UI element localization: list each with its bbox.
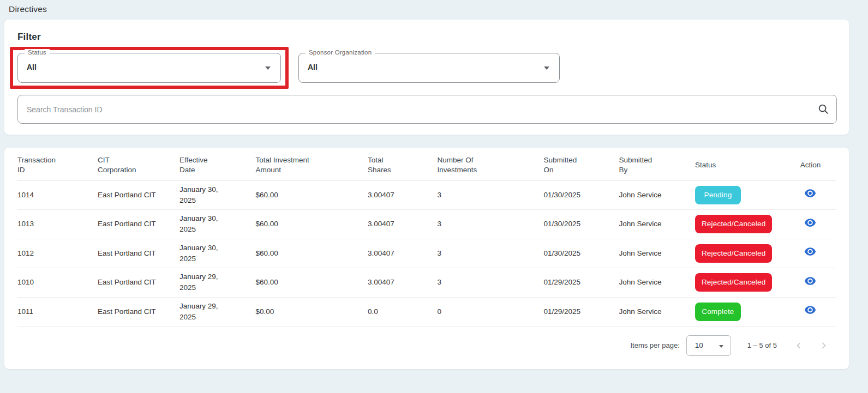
- action-cell: [788, 239, 836, 268]
- total-investment-amount-cell: $60.00: [255, 180, 368, 210]
- column-header-total-shares: Total Shares: [368, 148, 437, 180]
- status-highlight-box: Status All: [10, 47, 289, 89]
- cit-corporation-cell: East Portland CIT: [98, 239, 179, 268]
- cit-corporation-cell: East Portland CIT: [98, 268, 179, 298]
- status-select-value: All: [27, 63, 37, 71]
- action-cell: [788, 297, 836, 327]
- table-row[interactable]: 1014 East Portland CIT January 30, 2025 …: [17, 180, 836, 210]
- submitted-by-cell: John Service: [619, 297, 695, 327]
- transaction-id-cell: 1014: [17, 180, 98, 210]
- filter-card: Filter Status All Sponsor Organization A…: [4, 20, 849, 135]
- table-row[interactable]: 1010 East Portland CIT January 29, 2025 …: [17, 268, 836, 298]
- eye-icon[interactable]: [804, 219, 816, 227]
- total-shares-cell: 3.00407: [368, 268, 437, 298]
- column-header-submitted-by: Submitted By: [619, 148, 695, 180]
- filter-controls-row: Status All Sponsor Organization All: [17, 47, 836, 89]
- number-of-investments-cell: 0: [437, 297, 543, 327]
- submitted-on-cell: 01/30/2025: [543, 239, 619, 268]
- page: Directives Filter Status All Sponsor Org…: [0, 0, 868, 369]
- action-cell: [788, 180, 836, 210]
- cit-corporation-cell: East Portland CIT: [98, 297, 179, 327]
- total-investment-amount-cell: $60.00: [255, 210, 368, 239]
- status-cell: Pending: [695, 180, 788, 210]
- submitted-by-cell: John Service: [619, 268, 695, 298]
- submitted-by-cell: John Service: [619, 239, 695, 268]
- effective-date-cell: January 30, 2025: [179, 180, 255, 210]
- items-per-page-label: Items per page:: [630, 341, 679, 349]
- column-header-status: Status: [695, 148, 788, 180]
- column-header-action: Action: [788, 148, 836, 180]
- submitted-on-cell: 01/30/2025: [543, 210, 619, 239]
- filter-heading: Filter: [17, 32, 836, 43]
- directives-table: Transaction ID CIT Corporation Effective…: [17, 148, 836, 327]
- status-badge: Pending: [695, 186, 741, 204]
- eye-icon[interactable]: [804, 247, 816, 256]
- table-row[interactable]: 1013 East Portland CIT January 30, 2025 …: [17, 210, 836, 239]
- status-cell: Rejected/Canceled: [695, 210, 788, 239]
- submitted-by-cell: John Service: [619, 210, 695, 239]
- total-shares-cell: 3.00407: [368, 210, 437, 239]
- chevron-down-icon: [719, 345, 723, 348]
- column-header-total-investment-amount: Total Investment Amount: [255, 148, 368, 180]
- sponsor-organization-select-label: Sponsor Organization: [306, 49, 375, 56]
- number-of-investments-cell: 3: [437, 268, 543, 298]
- transaction-id-cell: 1010: [17, 268, 98, 298]
- status-select[interactable]: Status All: [17, 53, 281, 83]
- table-row[interactable]: 1011 East Portland CIT January 29, 2025 …: [17, 297, 836, 327]
- status-badge: Complete: [695, 303, 741, 321]
- status-badge: Rejected/Canceled: [695, 215, 772, 233]
- page-title: Directives: [4, 4, 849, 14]
- page-size-value: 10: [695, 341, 703, 349]
- table-row[interactable]: 1012 East Portland CIT January 30, 2025 …: [17, 239, 836, 268]
- chevron-right-icon: [818, 344, 829, 353]
- chevron-down-icon: [544, 66, 549, 70]
- page-range-label: 1 – 5 of 5: [747, 341, 777, 349]
- search-transaction-id-input[interactable]: [17, 95, 837, 124]
- eye-icon[interactable]: [804, 277, 816, 285]
- column-header-cit-corporation: CIT Corporation: [98, 148, 179, 180]
- column-header-submitted-on: Submitted On: [543, 148, 619, 180]
- total-investment-amount-cell: $60.00: [255, 268, 368, 298]
- effective-date-cell: January 29, 2025: [179, 297, 255, 327]
- submitted-on-cell: 01/29/2025: [543, 268, 619, 298]
- column-header-transaction-id: Transaction ID: [17, 148, 98, 180]
- effective-date-cell: January 30, 2025: [179, 239, 255, 268]
- search-bar: [17, 95, 837, 124]
- previous-page-button[interactable]: [791, 338, 806, 353]
- transaction-id-cell: 1012: [17, 239, 98, 268]
- page-size-select[interactable]: 10: [686, 335, 731, 356]
- column-header-number-of-investments: Number Of Investments: [437, 148, 543, 180]
- total-shares-cell: 3.00407: [368, 239, 437, 268]
- paginator: Items per page: 10 1 – 5 of 5: [17, 327, 836, 361]
- transaction-id-cell: 1013: [17, 210, 98, 239]
- transaction-id-cell: 1011: [17, 297, 98, 327]
- eye-icon[interactable]: [804, 306, 816, 314]
- total-shares-cell: 3.00407: [368, 180, 437, 210]
- column-header-effective-date: Effective Date: [179, 148, 255, 180]
- chevron-left-icon: [793, 344, 804, 353]
- action-cell: [788, 210, 836, 239]
- table-header-row: Transaction ID CIT Corporation Effective…: [17, 148, 836, 180]
- cit-corporation-cell: East Portland CIT: [98, 210, 179, 239]
- cit-corporation-cell: East Portland CIT: [98, 180, 179, 210]
- search-icon[interactable]: [817, 103, 829, 117]
- number-of-investments-cell: 3: [437, 180, 543, 210]
- submitted-on-cell: 01/29/2025: [543, 297, 619, 327]
- status-badge: Rejected/Canceled: [695, 244, 772, 263]
- status-cell: Rejected/Canceled: [695, 239, 788, 268]
- status-badge: Rejected/Canceled: [695, 273, 772, 292]
- total-shares-cell: 0.0: [368, 297, 437, 327]
- status-cell: Rejected/Canceled: [695, 268, 788, 298]
- sponsor-organization-select-value: All: [308, 63, 318, 71]
- effective-date-cell: January 30, 2025: [179, 210, 255, 239]
- total-investment-amount-cell: $60.00: [255, 239, 368, 268]
- submitted-by-cell: John Service: [619, 180, 695, 210]
- status-select-label: Status: [25, 49, 50, 56]
- submitted-on-cell: 01/30/2025: [543, 180, 619, 210]
- number-of-investments-cell: 3: [437, 210, 543, 239]
- status-cell: Complete: [695, 297, 788, 327]
- eye-icon[interactable]: [804, 189, 816, 197]
- sponsor-organization-select[interactable]: Sponsor Organization All: [298, 53, 560, 83]
- number-of-investments-cell: 3: [437, 239, 543, 268]
- next-page-button[interactable]: [816, 338, 831, 353]
